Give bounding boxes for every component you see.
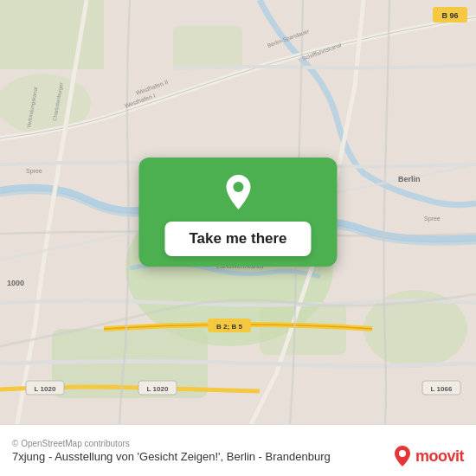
svg-text:L 1020: L 1020 bbox=[35, 385, 56, 393]
svg-rect-7 bbox=[173, 26, 242, 69]
footer: © OpenStreetMap contributors 7xjung - Au… bbox=[0, 424, 476, 476]
svg-rect-5 bbox=[0, 0, 104, 69]
svg-point-30 bbox=[233, 182, 243, 192]
moovit-brand-text: moovit bbox=[415, 447, 464, 466]
map-container: B 96 B 2; B 5 L 1020 L 1020 L 1066 1000 … bbox=[0, 0, 476, 424]
svg-text:Berlin: Berlin bbox=[398, 175, 421, 183]
svg-text:B 2; B 5: B 2; B 5 bbox=[216, 323, 242, 331]
moovit-pin-icon bbox=[393, 445, 412, 467]
take-me-there-button[interactable]: Take me there bbox=[164, 222, 311, 256]
svg-text:Spree: Spree bbox=[424, 215, 441, 222]
svg-text:1000: 1000 bbox=[7, 279, 24, 287]
svg-text:Spree: Spree bbox=[26, 168, 42, 175]
moovit-logo: moovit bbox=[393, 445, 464, 467]
svg-point-31 bbox=[399, 450, 406, 457]
svg-text:L 1020: L 1020 bbox=[147, 385, 169, 393]
take-me-there-overlay: Take me there bbox=[138, 158, 337, 267]
location-pin-icon bbox=[222, 173, 254, 211]
green-pin-area: Take me there bbox=[138, 158, 337, 267]
svg-text:B 96: B 96 bbox=[441, 11, 458, 20]
svg-text:L 1066: L 1066 bbox=[431, 385, 453, 393]
